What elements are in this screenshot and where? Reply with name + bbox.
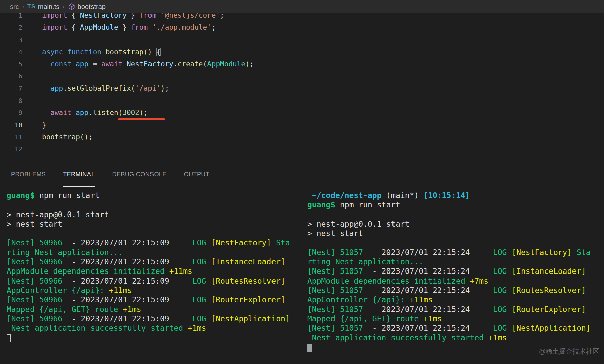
text-segment: +11ms xyxy=(109,286,132,295)
tab-problems[interactable]: PROBLEMS xyxy=(11,162,46,187)
text-segment: async xyxy=(42,48,63,56)
text-segment: './app.module' xyxy=(152,23,212,32)
text-segment: npm run start xyxy=(335,200,400,209)
terminal-row: > nest start xyxy=(307,229,604,238)
text-segment: Sta xyxy=(572,248,590,257)
text-segment: [NestFactory] xyxy=(511,248,572,257)
text-segment: [NestApplication] xyxy=(211,314,290,323)
text-segment: +1ms xyxy=(488,333,507,342)
text-segment: app xyxy=(76,60,88,68)
code-line: import { AppModule } from './app.module'… xyxy=(42,21,254,34)
text-segment: NestFactory xyxy=(127,60,173,68)
text-segment: () xyxy=(143,48,152,56)
terminal-row: [Nest] 51057 - 2023/07/01 22:15:24 LOG [… xyxy=(307,286,604,295)
text-segment: { xyxy=(67,23,80,32)
line-number: 5 xyxy=(0,58,22,70)
text-segment: - 2023/07/01 22:15:09 xyxy=(62,277,192,285)
text-segment: ; xyxy=(88,133,93,141)
code-line: app.setGlobalPrefix('/api'); xyxy=(42,82,254,95)
panel-resize-handle[interactable] xyxy=(0,162,604,162)
tab-debug-console[interactable]: DEBUG CONSOLE xyxy=(112,162,166,187)
text-segment: ; xyxy=(250,60,254,68)
text-segment: Sta xyxy=(271,238,290,247)
text-segment: () xyxy=(80,133,88,141)
text-segment: from xyxy=(131,23,148,32)
watermark: @稀土掘金技术社区 xyxy=(539,347,599,356)
terminal-row: AppModule dependencies initialized +7ms xyxy=(307,276,604,286)
terminal-pane-left[interactable]: guang$ npm run start> nest-app@0.0.1 sta… xyxy=(0,187,303,364)
line-number: 7 xyxy=(0,82,22,95)
text-segment: bootstrap xyxy=(42,133,80,141)
code-editor[interactable]: 123456789101112 import { NestFactory } f… xyxy=(0,0,604,162)
text-segment: [Nest] 51057 xyxy=(307,324,363,332)
text-segment: ; xyxy=(165,84,169,93)
breadcrumb: src › TS main.ts › bootstrap xyxy=(0,0,604,13)
terminal-row: > nest-app@0.0.1 start xyxy=(307,219,604,229)
vscode-window: 123456789101112 import { NestFactory } f… xyxy=(0,0,604,364)
line-number: 8 xyxy=(0,95,22,107)
line-number: 2 xyxy=(0,21,22,34)
text-segment: [RoutesResolver] xyxy=(511,286,586,295)
text-segment: AppModule dependencies initialized xyxy=(307,277,470,285)
terminal-row xyxy=(307,210,604,219)
text-segment xyxy=(42,60,50,68)
text-segment: . xyxy=(63,84,67,93)
text-segment: ~/code/nest-app xyxy=(307,191,382,200)
breadcrumb-item-main-ts[interactable]: main.ts xyxy=(38,3,59,11)
code-line xyxy=(42,95,254,107)
text-segment: { xyxy=(156,48,161,56)
text-segment: +11ms xyxy=(169,267,192,276)
terminal-row: ~/code/nest-app (main*) [10:15:14] xyxy=(307,191,604,200)
terminal-row: > nest-app@0.0.1 start xyxy=(7,210,303,219)
text-segment: guang$ xyxy=(7,191,35,200)
terminal-row: guang$ npm run start xyxy=(7,191,303,200)
text-segment: [Nest] 50966 xyxy=(7,277,62,285)
text-segment: +1ms xyxy=(123,305,141,314)
text-segment: [RoutesResolver] xyxy=(211,277,285,285)
text-segment: ; xyxy=(144,109,148,117)
text-segment xyxy=(101,48,106,56)
text-segment: } xyxy=(118,23,131,32)
text-segment: (main*) xyxy=(382,191,424,200)
code-line xyxy=(42,34,254,46)
text-segment: LOG xyxy=(493,248,511,257)
text-segment: - 2023/07/01 22:15:24 xyxy=(363,305,493,314)
text-segment: } xyxy=(42,121,46,129)
line-number: 11 xyxy=(0,131,22,143)
text-segment: app xyxy=(76,109,88,117)
text-segment: [RouterExplorer] xyxy=(511,305,586,314)
text-segment: LOG xyxy=(192,257,211,266)
panel-tabbar: PROBLEMSTERMINALDEBUG CONSOLEOUTPUT xyxy=(0,162,604,187)
bottom-panel: PROBLEMSTERMINALDEBUG CONSOLEOUTPUT guan… xyxy=(0,162,604,364)
terminal-row: Nest application successfully started +1… xyxy=(7,323,303,333)
code-line: bootstrap(); xyxy=(42,131,254,143)
text-segment: LOG xyxy=(493,324,511,332)
text-segment: [Nest] 50966 xyxy=(7,238,62,247)
text-segment: AppModule xyxy=(80,23,118,32)
text-segment: [NestApplication] xyxy=(511,324,590,332)
text-segment: - 2023/07/01 22:15:09 xyxy=(62,314,192,323)
text-segment: [Nest] 51057 xyxy=(307,305,363,314)
text-segment xyxy=(42,109,50,117)
text-segment: [Nest] 50966 xyxy=(7,257,62,266)
text-segment: LOG xyxy=(493,286,511,295)
text-segment: [RouterExplorer] xyxy=(211,295,285,304)
terminal-row: Nest application successfully started +1… xyxy=(307,333,604,342)
breadcrumb-item-src[interactable]: src xyxy=(10,3,19,11)
text-segment: Nest application successfully started xyxy=(7,324,188,332)
terminal-row: [Nest] 50966 - 2023/07/01 22:15:09 LOG [… xyxy=(7,295,303,304)
text-segment: LOG xyxy=(192,295,211,304)
tab-output[interactable]: OUTPUT xyxy=(184,162,209,187)
text-segment xyxy=(63,48,67,56)
tab-terminal[interactable]: TERMINAL xyxy=(63,162,95,187)
terminal-row xyxy=(7,200,303,209)
text-segment: await xyxy=(50,109,71,117)
text-segment: - 2023/07/01 22:15:09 xyxy=(62,238,192,247)
text-segment: +7ms xyxy=(470,277,488,285)
terminal-pane-right[interactable]: ~/code/nest-app (main*) [10:15:14]guang$… xyxy=(303,187,604,364)
breadcrumb-item-bootstrap[interactable]: bootstrap xyxy=(78,3,106,11)
text-segment: ( xyxy=(131,84,135,93)
text-segment: bootstrap xyxy=(106,48,144,56)
terminal-area: guang$ npm run start> nest-app@0.0.1 sta… xyxy=(0,187,604,364)
terminal-row: Mapped {/api, GET} route +1ms xyxy=(307,314,604,323)
